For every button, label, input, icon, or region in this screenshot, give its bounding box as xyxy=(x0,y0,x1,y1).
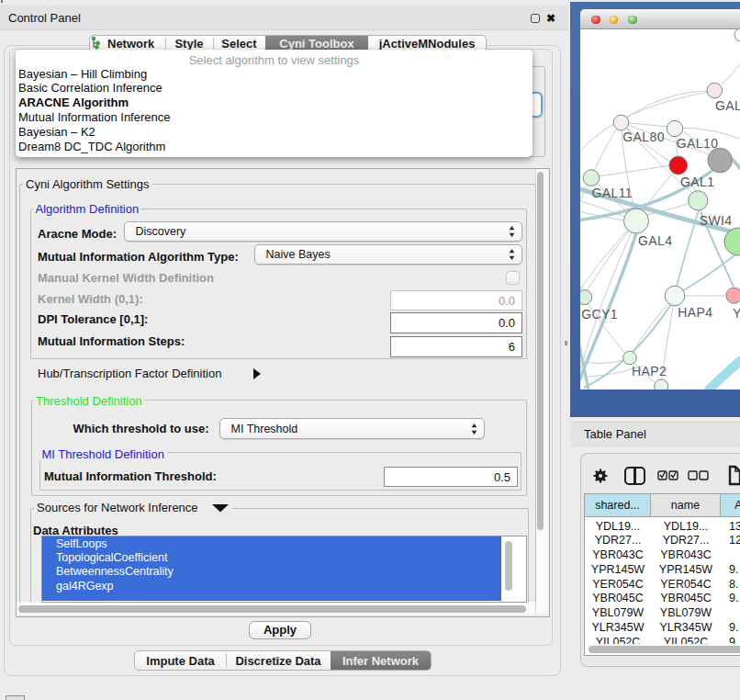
svg-text:GAL4: GAL4 xyxy=(638,233,672,248)
svg-text:GAL7: GAL7 xyxy=(715,98,740,113)
svg-text:YE: YE xyxy=(733,306,740,321)
svg-text:HAP4: HAP4 xyxy=(678,305,712,320)
svg-text:HAP2: HAP2 xyxy=(632,364,667,378)
svg-text:GAL1: GAL1 xyxy=(680,175,714,189)
svg-text:SWI4: SWI4 xyxy=(700,213,733,228)
svg-text:GAL11: GAL11 xyxy=(592,186,633,200)
svg-text:GCY1: GCY1 xyxy=(581,307,618,322)
svg-text:GAL10: GAL10 xyxy=(677,136,719,151)
svg-text:GAL80: GAL80 xyxy=(622,130,665,144)
